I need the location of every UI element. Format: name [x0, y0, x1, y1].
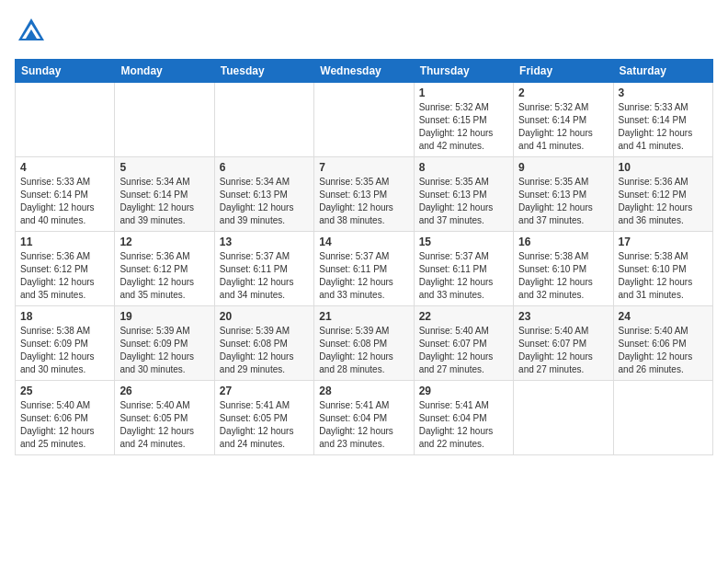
day-info: Sunrise: 5:37 AMSunset: 6:11 PMDaylight:…: [220, 250, 309, 302]
calendar-cell: 24Sunrise: 5:40 AMSunset: 6:06 PMDayligh…: [613, 306, 712, 381]
calendar-cell: 15Sunrise: 5:37 AMSunset: 6:11 PMDayligh…: [414, 232, 513, 306]
col-header-saturday: Saturday: [613, 60, 712, 83]
calendar-cell: 3Sunrise: 5:33 AMSunset: 6:14 PMDaylight…: [613, 83, 712, 157]
calendar-cell: [214, 83, 313, 157]
day-info: Sunrise: 5:39 AMSunset: 6:08 PMDaylight:…: [220, 325, 309, 376]
calendar-cell: 6Sunrise: 5:34 AMSunset: 6:13 PMDaylight…: [214, 157, 313, 232]
col-header-monday: Monday: [115, 60, 214, 83]
day-number: 15: [419, 236, 508, 248]
day-number: 1: [419, 86, 508, 99]
calendar-cell: 7Sunrise: 5:35 AMSunset: 6:13 PMDaylight…: [314, 157, 414, 232]
day-info: Sunrise: 5:36 AMSunset: 6:12 PMDaylight:…: [119, 250, 209, 302]
day-info: Sunrise: 5:35 AMSunset: 6:13 PMDaylight:…: [518, 176, 608, 227]
day-number: 6: [220, 161, 309, 174]
day-info: Sunrise: 5:35 AMSunset: 6:13 PMDaylight:…: [319, 176, 408, 227]
calendar-cell: 17Sunrise: 5:38 AMSunset: 6:10 PMDayligh…: [613, 232, 712, 306]
col-header-wednesday: Wednesday: [314, 60, 414, 83]
calendar-cell: 2Sunrise: 5:32 AMSunset: 6:14 PMDaylight…: [514, 83, 613, 157]
day-info: Sunrise: 5:41 AMSunset: 6:04 PMDaylight:…: [319, 399, 408, 451]
day-info: Sunrise: 5:41 AMSunset: 6:04 PMDaylight:…: [419, 399, 508, 451]
day-info: Sunrise: 5:41 AMSunset: 6:05 PMDaylight:…: [220, 399, 309, 451]
calendar-cell: 11Sunrise: 5:36 AMSunset: 6:12 PMDayligh…: [16, 232, 115, 306]
calendar-cell: [613, 381, 712, 455]
day-info: Sunrise: 5:38 AMSunset: 6:10 PMDaylight:…: [518, 250, 608, 302]
day-info: Sunrise: 5:40 AMSunset: 6:07 PMDaylight:…: [518, 325, 608, 376]
calendar-cell: [115, 83, 214, 157]
col-header-friday: Friday: [514, 60, 613, 83]
day-number: 27: [220, 385, 309, 397]
day-number: 17: [619, 236, 708, 248]
calendar-cell: 28Sunrise: 5:41 AMSunset: 6:04 PMDayligh…: [314, 381, 414, 455]
day-number: 23: [518, 310, 608, 323]
calendar-cell: 10Sunrise: 5:36 AMSunset: 6:12 PMDayligh…: [613, 157, 712, 232]
calendar-cell: 26Sunrise: 5:40 AMSunset: 6:05 PMDayligh…: [115, 381, 214, 455]
calendar-cell: 21Sunrise: 5:39 AMSunset: 6:08 PMDayligh…: [314, 306, 414, 381]
day-number: 21: [319, 310, 408, 323]
day-info: Sunrise: 5:36 AMSunset: 6:12 PMDaylight:…: [619, 176, 708, 227]
calendar-header-row: SundayMondayTuesdayWednesdayThursdayFrid…: [16, 60, 713, 83]
day-number: 8: [419, 161, 508, 174]
calendar-week-row: 25Sunrise: 5:40 AMSunset: 6:06 PMDayligh…: [16, 381, 713, 455]
day-number: 3: [619, 86, 708, 99]
calendar-week-row: 18Sunrise: 5:38 AMSunset: 6:09 PMDayligh…: [16, 306, 713, 381]
calendar-cell: [514, 381, 613, 455]
day-info: Sunrise: 5:36 AMSunset: 6:12 PMDaylight:…: [20, 250, 109, 302]
day-info: Sunrise: 5:38 AMSunset: 6:10 PMDaylight:…: [619, 250, 708, 302]
day-number: 19: [119, 310, 209, 323]
day-info: Sunrise: 5:34 AMSunset: 6:13 PMDaylight:…: [220, 176, 309, 227]
day-info: Sunrise: 5:34 AMSunset: 6:14 PMDaylight:…: [119, 176, 209, 227]
day-info: Sunrise: 5:40 AMSunset: 6:07 PMDaylight:…: [419, 325, 508, 376]
day-info: Sunrise: 5:33 AMSunset: 6:14 PMDaylight:…: [20, 176, 109, 227]
calendar-cell: [16, 83, 115, 157]
day-number: 29: [419, 385, 508, 397]
day-info: Sunrise: 5:40 AMSunset: 6:06 PMDaylight:…: [20, 399, 109, 451]
day-info: Sunrise: 5:35 AMSunset: 6:13 PMDaylight:…: [419, 176, 508, 227]
calendar-table: SundayMondayTuesdayWednesdayThursdayFrid…: [15, 59, 713, 455]
day-number: 4: [20, 161, 109, 174]
day-info: Sunrise: 5:40 AMSunset: 6:06 PMDaylight:…: [619, 325, 708, 376]
calendar-cell: 9Sunrise: 5:35 AMSunset: 6:13 PMDaylight…: [514, 157, 613, 232]
day-number: 26: [119, 385, 209, 397]
day-info: Sunrise: 5:33 AMSunset: 6:14 PMDaylight:…: [619, 101, 708, 153]
day-number: 10: [619, 161, 708, 174]
calendar-cell: 25Sunrise: 5:40 AMSunset: 6:06 PMDayligh…: [16, 381, 115, 455]
calendar-week-row: 11Sunrise: 5:36 AMSunset: 6:12 PMDayligh…: [16, 232, 713, 306]
day-info: Sunrise: 5:38 AMSunset: 6:09 PMDaylight:…: [20, 325, 109, 376]
day-number: 18: [20, 310, 109, 323]
day-info: Sunrise: 5:40 AMSunset: 6:05 PMDaylight:…: [119, 399, 209, 451]
day-info: Sunrise: 5:39 AMSunset: 6:09 PMDaylight:…: [119, 325, 209, 376]
calendar-cell: 16Sunrise: 5:38 AMSunset: 6:10 PMDayligh…: [514, 232, 613, 306]
day-number: 28: [319, 385, 408, 397]
day-number: 5: [119, 161, 209, 174]
day-info: Sunrise: 5:39 AMSunset: 6:08 PMDaylight:…: [319, 325, 408, 376]
calendar-cell: 1Sunrise: 5:32 AMSunset: 6:15 PMDaylight…: [414, 83, 513, 157]
day-info: Sunrise: 5:37 AMSunset: 6:11 PMDaylight:…: [419, 250, 508, 302]
calendar-cell: 29Sunrise: 5:41 AMSunset: 6:04 PMDayligh…: [414, 381, 513, 455]
logo: [15, 15, 51, 48]
logo-icon: [15, 15, 48, 48]
day-number: 2: [518, 86, 608, 99]
calendar-cell: 14Sunrise: 5:37 AMSunset: 6:11 PMDayligh…: [314, 232, 414, 306]
day-number: 11: [20, 236, 109, 248]
col-header-tuesday: Tuesday: [214, 60, 313, 83]
day-info: Sunrise: 5:37 AMSunset: 6:11 PMDaylight:…: [319, 250, 408, 302]
calendar-cell: 12Sunrise: 5:36 AMSunset: 6:12 PMDayligh…: [115, 232, 214, 306]
col-header-sunday: Sunday: [16, 60, 115, 83]
calendar-week-row: 1Sunrise: 5:32 AMSunset: 6:15 PMDaylight…: [16, 83, 713, 157]
day-number: 25: [20, 385, 109, 397]
day-number: 16: [518, 236, 608, 248]
calendar-cell: 13Sunrise: 5:37 AMSunset: 6:11 PMDayligh…: [214, 232, 313, 306]
calendar-cell: 5Sunrise: 5:34 AMSunset: 6:14 PMDaylight…: [115, 157, 214, 232]
page-header: [15, 15, 713, 48]
calendar-cell: 23Sunrise: 5:40 AMSunset: 6:07 PMDayligh…: [514, 306, 613, 381]
calendar-cell: 18Sunrise: 5:38 AMSunset: 6:09 PMDayligh…: [16, 306, 115, 381]
calendar-cell: 22Sunrise: 5:40 AMSunset: 6:07 PMDayligh…: [414, 306, 513, 381]
day-info: Sunrise: 5:32 AMSunset: 6:15 PMDaylight:…: [419, 101, 508, 153]
day-number: 14: [319, 236, 408, 248]
day-number: 22: [419, 310, 508, 323]
day-number: 13: [220, 236, 309, 248]
col-header-thursday: Thursday: [414, 60, 513, 83]
calendar-cell: 8Sunrise: 5:35 AMSunset: 6:13 PMDaylight…: [414, 157, 513, 232]
calendar-cell: 27Sunrise: 5:41 AMSunset: 6:05 PMDayligh…: [214, 381, 313, 455]
calendar-cell: 4Sunrise: 5:33 AMSunset: 6:14 PMDaylight…: [16, 157, 115, 232]
